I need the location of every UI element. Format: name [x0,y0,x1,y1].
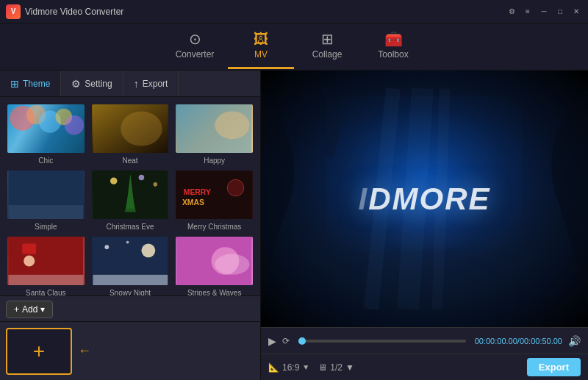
svg-point-29 [126,241,129,244]
minimize-button[interactable]: ─ [538,6,550,18]
aspect-ratio-select[interactable]: 📐 16:9 ▼ [268,362,309,373]
theme-stripes-waves-thumb[interactable] [174,235,254,287]
playback-controls: ▶ ⟳ 00:00:00.00/00:00:50.00 🔊 [261,327,588,354]
svg-point-8 [215,111,250,139]
page-icon: 🖥 [318,362,327,373]
svg-point-12 [110,177,117,184]
progress-bar[interactable] [298,340,466,343]
close-button[interactable]: ✕ [570,6,582,18]
video-preview: IDMORE [261,71,588,327]
theme-merry-christmas-thumb[interactable]: MERRY XMAS [174,169,254,221]
ratio-chevron: ▼ [302,363,309,371]
theme-simple-label: Simple [35,223,57,231]
app-logo: V [6,4,21,19]
page-chevron: ▼ [345,362,354,373]
theme-christmas-eve[interactable]: Christmas Eve [90,169,171,231]
theme-christmas-eve-label: Christmas Eve [106,223,154,231]
right-panel: IDMORE ▶ ⟳ 00:00:00.00/00:00:50.00 🔊 📐 1… [261,71,588,380]
nav-toolbox-label: Toolbox [378,49,408,60]
play-button[interactable]: ▶ [268,335,276,347]
nav-converter-label: Converter [176,49,215,60]
svg-text:XMAS: XMAS [182,198,204,207]
tab-export-label: Export [143,79,168,89]
page-select[interactable]: 🖥 1/2 ▼ [318,362,354,373]
svg-point-20 [228,179,245,196]
nav-converter[interactable]: ⊙ Converter [162,25,228,69]
nav-toolbox[interactable]: 🧰 Toolbox [360,25,426,69]
svg-point-14 [153,182,157,187]
theme-happy-label: Happy [204,157,225,165]
svg-point-6 [121,111,162,146]
tab-theme[interactable]: ⊞ Theme [0,71,61,96]
content-area: ⊞ Theme ⚙ Setting ↑ Export [0,71,588,380]
svg-rect-27 [93,275,168,285]
video-overlay-text: IDMORE [358,182,490,217]
theme-snowy-night[interactable]: Snowy Night [90,235,171,295]
theme-christmas-eve-thumb[interactable] [90,169,171,221]
arrow-indicator: ← [78,343,91,359]
menu-button[interactable]: ≡ [522,6,534,18]
bottom-controls: 📐 16:9 ▼ 🖥 1/2 ▼ Export [261,354,588,380]
time-display: 00:00:00.00/00:00:50.00 [475,337,562,345]
theme-snowy-night-thumb[interactable] [90,235,171,287]
svg-point-4 [65,115,84,135]
theme-santa-claus[interactable]: Santa Claus [6,235,86,295]
left-panel-content: ⊞ Theme ⚙ Setting ↑ Export [0,71,260,380]
nav-mv[interactable]: 🖼 MV [228,25,294,69]
theme-chic-thumb[interactable] [6,103,86,154]
plus-icon: + [33,341,45,362]
settings-button[interactable]: ⚙ [506,6,517,18]
title-bar-controls: ⚙ ≡ ─ □ ✕ [506,6,582,18]
mv-icon: 🖼 [254,32,268,46]
theme-merry-christmas-label: Merry Christmas [187,223,241,231]
theme-snowy-night-label: Snowy Night [110,289,151,295]
theme-happy-thumb[interactable] [174,103,254,154]
add-media-placeholder[interactable]: + [6,328,72,375]
converter-icon: ⊙ [189,32,201,46]
title-bar: V Vidmore Video Converter ⚙ ≡ ─ □ ✕ [0,0,588,24]
tab-export[interactable]: ↑ Export [123,71,179,96]
tab-theme-label: Theme [23,79,50,89]
sub-tabs: ⊞ Theme ⚙ Setting ↑ Export [0,71,260,97]
left-panel: ⊞ Theme ⚙ Setting ↑ Export [0,71,261,380]
tab-setting[interactable]: ⚙ Setting [61,71,123,96]
svg-rect-10 [8,205,83,219]
theme-chic-label: Chic [38,157,53,165]
theme-tab-icon: ⊞ [10,78,19,90]
export-button[interactable]: Export [527,358,581,376]
rewind-button[interactable]: ⟳ [282,336,290,346]
add-label: Add [22,304,37,315]
theme-neat-label: Neat [122,157,137,165]
nav-mv-label: MV [254,49,268,60]
theme-grid: Chic [0,97,260,295]
theme-simple-thumb[interactable] [6,169,86,221]
media-strip: + ← [0,321,260,380]
theme-merry-christmas[interactable]: MERRY XMAS Merry Christmas [174,169,254,231]
nav-collage-label: Collage [312,49,343,60]
theme-neat-thumb[interactable] [90,103,171,154]
nav-bar: ⊙ Converter 🖼 MV ⊞ Collage 🧰 Toolbox [0,24,588,71]
svg-point-28 [104,245,109,249]
add-button[interactable]: + Add ▾ [6,301,53,318]
ratio-value: 16:9 [282,362,299,373]
nav-collage[interactable]: ⊞ Collage [294,25,360,69]
svg-text:MERRY: MERRY [184,188,211,196]
svg-rect-22 [8,275,83,285]
maximize-button[interactable]: □ [554,6,566,18]
theme-happy[interactable]: Happy [174,103,254,165]
title-bar-left: V Vidmore Video Converter [6,4,123,19]
add-dropdown-icon: ▾ [40,304,45,315]
svg-point-32 [215,254,250,275]
page-value: 1/2 [330,362,343,373]
theme-simple[interactable]: Simple [6,169,86,231]
logo-text: V [11,7,16,15]
theme-santa-claus-thumb[interactable] [6,235,86,287]
theme-chic[interactable]: Chic [6,103,86,165]
theme-stripes-waves[interactable]: Stripes & Waves [174,235,254,295]
theme-neat[interactable]: Neat [90,103,171,165]
toolbox-icon: 🧰 [384,32,403,46]
progress-dot [298,337,306,345]
volume-icon[interactable]: 🔊 [568,335,581,347]
svg-point-13 [138,175,144,181]
theme-santa-claus-label: Santa Claus [26,289,65,295]
